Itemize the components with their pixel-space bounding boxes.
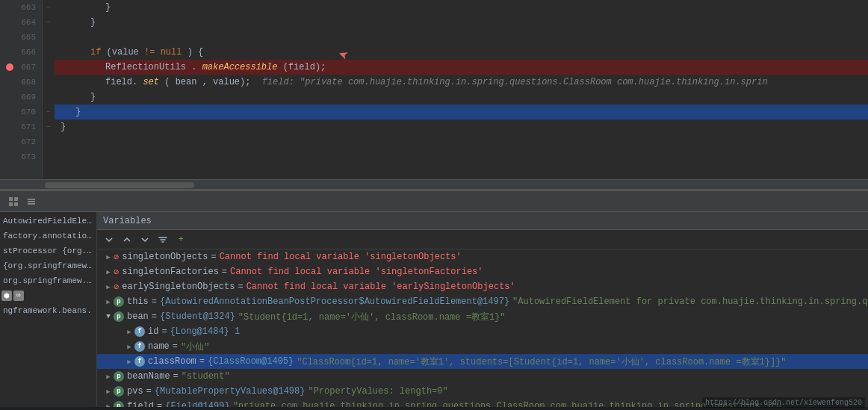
fold-664[interactable]: −	[46, 19, 50, 26]
breakpoint-665[interactable]	[6, 34, 13, 41]
expand-earlySingletonObjects[interactable]: ▶	[103, 282, 114, 292]
var-row-this[interactable]: ▶ p this = {AutowiredAnnotationBeanPostP…	[97, 294, 868, 309]
var-row-pvs[interactable]: ▶ p pvs = {MutablePropertyValues@1498} "…	[97, 384, 868, 399]
svg-rect-4	[28, 199, 35, 200]
expand-bean[interactable]: ▼	[103, 311, 114, 322]
sidebar-item-0[interactable]: AutowiredFieldElement {o...	[0, 214, 96, 229]
type-pvs: p	[114, 386, 124, 397]
var-row-singletonFactories[interactable]: ▶ ⊘ singletonFactories = Cannot find loc…	[97, 264, 868, 279]
var-row-id[interactable]: ▶ f id = {Long@1484} 1	[97, 324, 868, 339]
svg-rect-6	[28, 203, 35, 205]
debug-panel: AutowiredFieldElement {o... factory.anno…	[0, 190, 868, 407]
code-line-670: }	[55, 105, 868, 119]
line-667: 667	[6, 60, 36, 75]
code-line-672	[55, 134, 868, 149]
fold-663[interactable]: −	[46, 4, 50, 11]
expand-classRoom[interactable]: ▶	[124, 356, 134, 367]
breakpoint-666[interactable]	[6, 49, 13, 56]
sidebar-item-3[interactable]: {org.springframew...	[0, 258, 96, 273]
type-bean: p	[114, 311, 124, 322]
variables-header: Variables	[97, 212, 868, 230]
line-670: 670	[6, 105, 36, 119]
code-line-664: }	[55, 15, 868, 30]
breakpoint-667[interactable]	[6, 63, 13, 71]
svg-rect-1	[14, 197, 18, 201]
var-row-classRoom[interactable]: ▶ f classRoom = {ClassRoom@1405} "ClassR…	[97, 354, 868, 369]
line-666: 666	[6, 45, 36, 60]
code-editor: 663 664 665 666 667 668	[0, 0, 868, 179]
var-row-beanName[interactable]: ▶ p beanName = "student"	[97, 369, 868, 384]
line-664: 664	[6, 15, 36, 30]
breakpoint-672[interactable]	[6, 138, 13, 146]
type-this: p	[114, 296, 124, 307]
code-line-665	[55, 30, 868, 45]
add-btn[interactable]: +	[173, 232, 188, 247]
code-line-668: field. set ( bean , value); field: "priv…	[55, 75, 868, 90]
expand-pvs[interactable]: ▶	[103, 386, 114, 397]
sidebar-icon-1[interactable]: ⬢	[1, 291, 12, 301]
error-icon-earlySingletonObjects: ⊘	[114, 282, 119, 293]
code-lines: } } if (value != null ) { ➤	[55, 0, 868, 179]
call-stack-sidebar: AutowiredFieldElement {o... factory.anno…	[0, 212, 97, 407]
expand-singletonObjects[interactable]: ▶	[103, 252, 114, 262]
sidebar-item-5[interactable]: ngframework.beans.	[0, 303, 96, 318]
type-name: f	[134, 341, 145, 352]
app-container: 663 664 665 666 667 668	[0, 0, 868, 407]
sidebar-icon-2[interactable]: ∞	[13, 291, 24, 301]
line-669: 669	[6, 90, 36, 105]
code-line-663: }	[55, 0, 868, 15]
error-icon-singletonFactories: ⊘	[114, 267, 119, 278]
code-line-666: if (value != null ) { ➤	[55, 45, 868, 60]
var-row-name[interactable]: ▶ f name = "小仙"	[97, 339, 868, 354]
breakpoint-669[interactable]	[6, 93, 13, 101]
sidebar-item-4[interactable]: org.springframew...	[0, 273, 96, 288]
breakpoint-664[interactable]	[6, 19, 13, 26]
code-line-669: }	[55, 90, 868, 105]
var-row-singletonObjects[interactable]: ▶ ⊘ singletonObjects = Cannot find local…	[97, 249, 868, 264]
sidebar-item-2[interactable]: stProcessor {org.sprin	[0, 243, 96, 258]
expand-beanName[interactable]: ▶	[103, 371, 114, 382]
variables-list: ▶ ⊘ singletonObjects = Cannot find local…	[97, 249, 868, 407]
fold-671[interactable]: −	[46, 123, 50, 131]
breakpoint-673[interactable]	[6, 153, 13, 161]
variables-panel: Variables +	[97, 212, 868, 407]
editor-scrollbar[interactable]	[0, 179, 868, 190]
line-numbers: 663 664 665 666 667 668	[0, 0, 43, 179]
type-id: f	[134, 326, 145, 337]
error-icon-singletonObjects: ⊘	[114, 252, 119, 263]
down-btn[interactable]	[137, 232, 152, 247]
var-row-earlySingletonObjects[interactable]: ▶ ⊘ earlySingletonObjects = Cannot find …	[97, 279, 868, 294]
line-665: 665	[6, 30, 36, 45]
breakpoint-670[interactable]	[6, 108, 13, 116]
type-beanName: p	[114, 371, 124, 382]
sidebar-item-icons: ⬢ ∞	[0, 288, 96, 303]
svg-rect-5	[28, 201, 35, 202]
debug-content: AutowiredFieldElement {o... factory.anno…	[0, 212, 868, 407]
variables-toolbar: +	[97, 230, 868, 249]
expand-name[interactable]: ▶	[124, 341, 134, 352]
filter-btn[interactable]	[155, 232, 170, 247]
line-672: 672	[6, 134, 36, 149]
line-671: 671	[6, 119, 36, 134]
expand-id[interactable]: ▶	[124, 326, 134, 337]
breakpoint-671[interactable]	[6, 123, 13, 131]
watermark: https://blog.csdn.net/xiewenfeng520	[702, 397, 865, 409]
fold-670[interactable]: −	[46, 108, 50, 116]
expand-this[interactable]: ▶	[103, 296, 114, 307]
code-line-673	[55, 149, 868, 164]
up-btn[interactable]	[120, 232, 134, 247]
type-field: p	[114, 401, 124, 407]
breakpoint-663[interactable]	[6, 4, 13, 11]
debug-toolbar	[0, 191, 868, 212]
expand-field[interactable]: ▶	[103, 401, 114, 407]
list-icon[interactable]	[24, 194, 39, 209]
var-row-bean[interactable]: ▼ p bean = {Student@1324} "Student{id=1,…	[97, 309, 868, 324]
line-663: 663	[6, 0, 36, 15]
code-line-667: ReflectionUtils . makeAccessible (field)…	[55, 60, 868, 75]
svg-rect-0	[9, 197, 13, 201]
breakpoint-668[interactable]	[6, 78, 13, 86]
grid-icon[interactable]	[6, 194, 21, 209]
sidebar-item-1[interactable]: factory.annotation.	[0, 229, 96, 243]
expand-singletonFactories[interactable]: ▶	[103, 267, 114, 277]
expand-all-btn[interactable]	[102, 232, 117, 247]
